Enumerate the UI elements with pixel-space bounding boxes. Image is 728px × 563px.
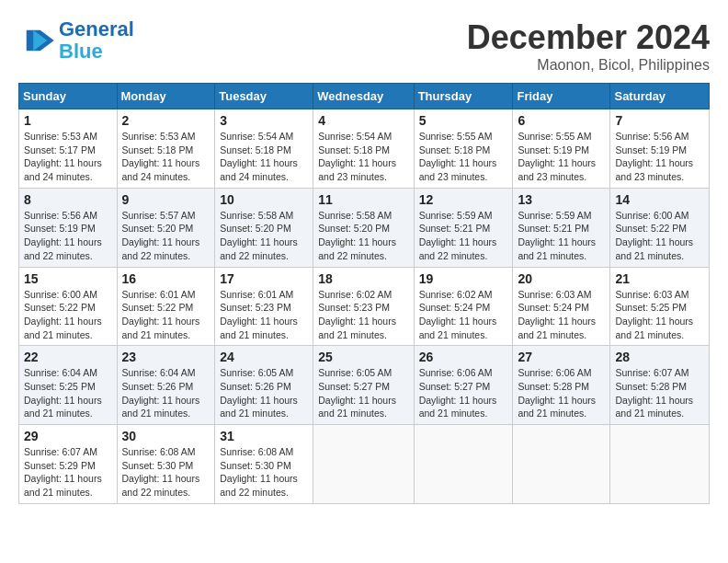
table-row: 2 Sunrise: 5:53 AMSunset: 5:18 PMDayligh… [117, 109, 215, 189]
location-title: Maonon, Bicol, Philippines [467, 57, 710, 74]
table-row: 19 Sunrise: 6:02 AMSunset: 5:24 PMDaylig… [414, 267, 513, 346]
table-row: 5 Sunrise: 5:55 AMSunset: 5:18 PMDayligh… [414, 109, 513, 189]
table-row: 20 Sunrise: 6:03 AMSunset: 5:24 PMDaylig… [513, 267, 610, 346]
col-sunday: Sunday [19, 84, 118, 109]
table-row: 25 Sunrise: 6:05 AMSunset: 5:27 PMDaylig… [313, 346, 414, 425]
table-row [513, 425, 610, 504]
calendar-table: Sunday Monday Tuesday Wednesday Thursday… [18, 83, 710, 504]
table-row: 28 Sunrise: 6:07 AMSunset: 5:28 PMDaylig… [610, 346, 710, 425]
logo-icon [18, 27, 55, 54]
table-row [610, 425, 710, 504]
table-row: 17 Sunrise: 6:01 AMSunset: 5:23 PMDaylig… [215, 267, 313, 346]
table-row: 12 Sunrise: 5:59 AMSunset: 5:21 PMDaylig… [414, 188, 513, 267]
table-row: 15 Sunrise: 6:00 AMSunset: 5:22 PMDaylig… [19, 267, 118, 346]
col-wednesday: Wednesday [313, 84, 414, 109]
table-row [414, 425, 513, 504]
table-row: 11 Sunrise: 5:58 AMSunset: 5:20 PMDaylig… [313, 188, 414, 267]
col-tuesday: Tuesday [215, 84, 313, 109]
table-row: 4 Sunrise: 5:54 AMSunset: 5:18 PMDayligh… [313, 109, 414, 189]
table-row: 26 Sunrise: 6:06 AMSunset: 5:27 PMDaylig… [414, 346, 513, 425]
table-row: 7 Sunrise: 5:56 AMSunset: 5:19 PMDayligh… [610, 109, 710, 189]
table-row: 27 Sunrise: 6:06 AMSunset: 5:28 PMDaylig… [513, 346, 610, 425]
table-row: 3 Sunrise: 5:54 AMSunset: 5:18 PMDayligh… [215, 109, 313, 189]
table-row: 23 Sunrise: 6:04 AMSunset: 5:26 PMDaylig… [117, 346, 215, 425]
table-row: 1 Sunrise: 5:53 AMSunset: 5:17 PMDayligh… [19, 109, 118, 189]
col-monday: Monday [117, 84, 215, 109]
table-row: 13 Sunrise: 5:59 AMSunset: 5:21 PMDaylig… [513, 188, 610, 267]
table-row: 29 Sunrise: 6:07 AMSunset: 5:29 PMDaylig… [19, 425, 118, 504]
table-row: 18 Sunrise: 6:02 AMSunset: 5:23 PMDaylig… [313, 267, 414, 346]
table-row: 21 Sunrise: 6:03 AMSunset: 5:25 PMDaylig… [610, 267, 710, 346]
page-header: General Blue December 2024 Maonon, Bicol… [18, 18, 710, 74]
table-row: 24 Sunrise: 6:05 AMSunset: 5:26 PMDaylig… [215, 346, 313, 425]
month-title: December 2024 [467, 18, 710, 57]
col-friday: Friday [513, 84, 610, 109]
table-row: 6 Sunrise: 5:55 AMSunset: 5:19 PMDayligh… [513, 109, 610, 189]
table-row: 8 Sunrise: 5:56 AMSunset: 5:19 PMDayligh… [19, 188, 118, 267]
col-thursday: Thursday [414, 84, 513, 109]
table-row [313, 425, 414, 504]
title-block: December 2024 Maonon, Bicol, Philippines [467, 18, 710, 74]
calendar-header-row: Sunday Monday Tuesday Wednesday Thursday… [19, 84, 710, 109]
col-saturday: Saturday [610, 84, 710, 109]
logo: General Blue [18, 18, 134, 63]
table-row: 31 Sunrise: 6:08 AMSunset: 5:30 PMDaylig… [215, 425, 313, 504]
logo-text: General Blue [59, 18, 134, 63]
table-row: 9 Sunrise: 5:57 AMSunset: 5:20 PMDayligh… [117, 188, 215, 267]
table-row: 10 Sunrise: 5:58 AMSunset: 5:20 PMDaylig… [215, 188, 313, 267]
table-row: 22 Sunrise: 6:04 AMSunset: 5:25 PMDaylig… [19, 346, 118, 425]
table-row: 16 Sunrise: 6:01 AMSunset: 5:22 PMDaylig… [117, 267, 215, 346]
table-row: 30 Sunrise: 6:08 AMSunset: 5:30 PMDaylig… [117, 425, 215, 504]
table-row: 14 Sunrise: 6:00 AMSunset: 5:22 PMDaylig… [610, 188, 710, 267]
